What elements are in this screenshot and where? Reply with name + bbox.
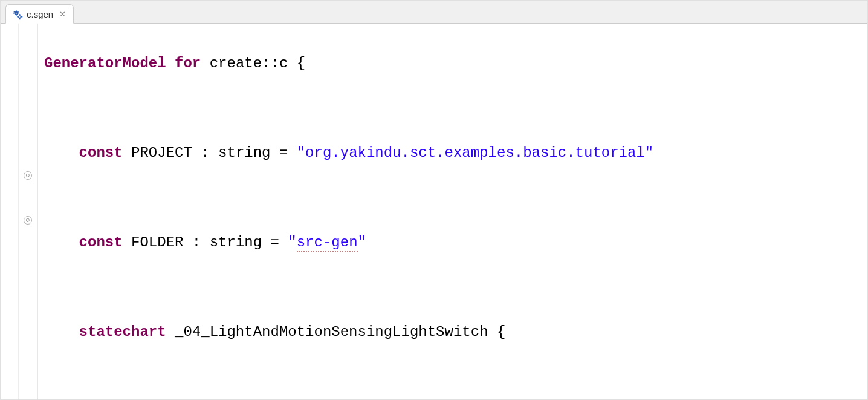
svg-rect-3	[16, 15, 17, 16]
fold-toggle-icon[interactable]: ⊖	[24, 171, 32, 180]
tab-bar: c.sgen ✕	[1, 1, 867, 24]
svg-rect-2	[16, 10, 17, 11]
gears-icon	[12, 9, 23, 20]
fold-toggle-icon[interactable]: ⊖	[24, 216, 32, 225]
tab-c-sgen[interactable]: c.sgen ✕	[5, 4, 74, 24]
line-number-gutter	[1, 24, 19, 399]
code-line: const FOLDER : string = "src-gen"	[44, 231, 867, 254]
code-line	[44, 97, 867, 119]
code-line	[44, 276, 867, 298]
editor: ⊖ ⊖ GeneratorModel for create::c { const…	[1, 24, 867, 399]
svg-rect-5	[18, 13, 19, 14]
svg-point-9	[19, 16, 21, 17]
svg-rect-4	[13, 13, 15, 14]
code-line: statechart _04_LightAndMotionSensingLigh…	[44, 321, 867, 343]
tab-label: c.sgen	[27, 9, 53, 19]
code-line: GeneratorModel for create::c {	[44, 52, 867, 74]
code-editor[interactable]: GeneratorModel for create::c { const PRO…	[38, 24, 867, 399]
svg-rect-13	[21, 16, 22, 18]
svg-rect-11	[19, 18, 21, 19]
svg-point-1	[16, 12, 17, 13]
svg-rect-10	[19, 14, 21, 15]
close-icon[interactable]: ✕	[59, 10, 66, 19]
code-line	[44, 366, 867, 388]
code-line: const PROJECT : string = "org.yakindu.sc…	[44, 142, 867, 164]
code-line	[44, 186, 867, 209]
svg-rect-12	[17, 16, 18, 18]
fold-gutter: ⊖ ⊖	[19, 24, 38, 399]
